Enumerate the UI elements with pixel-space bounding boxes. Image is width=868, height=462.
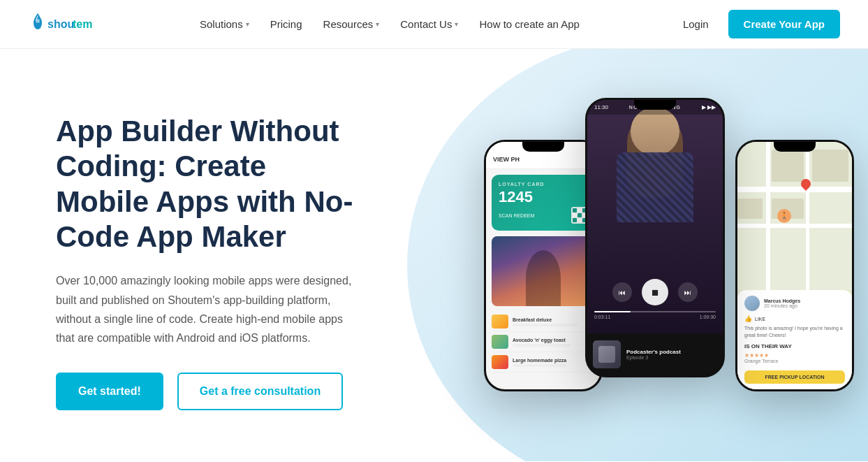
streaming-bg: 11:30 NOW STREAMING ▶ ▶▶ ⏮ ⏹ ⏭ bbox=[587, 100, 723, 333]
photo-sunset bbox=[492, 236, 595, 306]
map-block-3 bbox=[737, 198, 763, 219]
podcast-episode: Episode 3 bbox=[626, 355, 717, 360]
food-info-3: Large homemade pizza bbox=[513, 358, 595, 367]
like-section: 👍 LIKE bbox=[744, 315, 845, 322]
loyalty-card: LOYALTY CARD 1245 SCAN REDEEM bbox=[492, 175, 595, 231]
food-item-3: Large homemade pizza bbox=[492, 352, 595, 373]
hero-content: App Builder Without Coding: Create Mobil… bbox=[0, 72, 405, 438]
photos-title: VIEW PH bbox=[493, 156, 594, 163]
driver-details: Marcus Hodges 20 minutes ago bbox=[764, 298, 800, 308]
time-total: 1:09:30 bbox=[700, 315, 716, 319]
food-info-2: Avocado 'n' eggy toast bbox=[513, 338, 595, 347]
podcast-bar: Podcaster's podcast Episode 3 bbox=[587, 333, 723, 375]
photo-silhouette bbox=[526, 250, 561, 306]
pickup-button[interactable]: FREE PICKUP LOCATION bbox=[744, 370, 845, 384]
driver-name: Marcus Hodges bbox=[764, 298, 800, 303]
nav-resources[interactable]: Resources ▾ bbox=[315, 14, 388, 34]
solutions-chevron-icon: ▾ bbox=[246, 20, 249, 28]
time-elapsed: 0:03:11 bbox=[594, 315, 610, 319]
hero-description: Over 10,000 amazingly looking mobile app… bbox=[56, 271, 363, 347]
get-started-button[interactable]: Get started! bbox=[56, 373, 163, 410]
rewind-btn[interactable]: ⏮ bbox=[612, 282, 632, 302]
map-pin bbox=[800, 179, 811, 193]
podcast-title: Podcaster's podcast bbox=[626, 349, 717, 355]
nav-solutions[interactable]: Solutions ▾ bbox=[191, 14, 258, 34]
phone-mockups: VIEW PH LOYALTY CARD 1245 SCAN REDEEM bbox=[463, 63, 854, 461]
map-pin-head bbox=[799, 177, 813, 191]
food-name-2: Avocado 'n' eggy toast bbox=[513, 338, 595, 342]
podcast-info: Podcaster's podcast Episode 3 bbox=[626, 349, 717, 360]
logo[interactable]: shou tem bbox=[28, 10, 105, 38]
food-name-3: Large homemade pizza bbox=[513, 358, 595, 363]
photos-screen: VIEW PH LOYALTY CARD 1245 SCAN REDEEM bbox=[486, 142, 601, 389]
svg-text:tem: tem bbox=[73, 18, 92, 30]
food-thumb-1 bbox=[492, 315, 508, 329]
hero-title: App Builder Without Coding: Create Mobil… bbox=[56, 114, 363, 255]
forward-btn[interactable]: ⏭ bbox=[678, 282, 698, 302]
hero-section: App Builder Without Coding: Create Mobil… bbox=[0, 49, 868, 461]
road-h2 bbox=[737, 224, 852, 228]
delivery-header-section: IS ON THEIR WAY ★★★★★ Grange Terrace bbox=[744, 343, 845, 363]
road-v1 bbox=[766, 142, 770, 290]
driver-time: 20 minutes ago bbox=[764, 303, 800, 308]
phone-center: 11:30 NOW STREAMING ▶ ▶▶ ⏮ ⏹ ⏭ bbox=[585, 98, 725, 377]
delivery-info: Marcus Hodges 20 minutes ago 👍 LIKE This… bbox=[737, 290, 852, 389]
nav-how-to[interactable]: How to create an App bbox=[471, 14, 587, 34]
food-price-bar-1 bbox=[513, 324, 578, 326]
food-thumb-3 bbox=[492, 355, 508, 369]
delivery-meta: Grange Terrace bbox=[744, 359, 845, 363]
food-price-bar-3 bbox=[513, 364, 566, 367]
login-button[interactable]: Login bbox=[675, 14, 717, 34]
resources-chevron-icon: ▾ bbox=[376, 20, 379, 28]
food-name-1: Breakfast deluxe bbox=[513, 317, 595, 322]
streaming-times: 0:03:11 1:09:30 bbox=[594, 315, 716, 319]
play-pause-btn[interactable]: ⏹ bbox=[642, 279, 668, 305]
phone-right-notch bbox=[774, 142, 816, 152]
streaming-controls: ⏮ ⏹ ⏭ bbox=[587, 279, 723, 305]
streaming-icons: ▶ ▶▶ bbox=[702, 104, 716, 110]
loyalty-label: LOYALTY CARD bbox=[499, 182, 588, 187]
map-roads bbox=[737, 142, 852, 290]
food-thumb-2 bbox=[492, 335, 508, 349]
delivery-icon: 🚶 bbox=[777, 209, 791, 223]
contact-chevron-icon: ▾ bbox=[455, 20, 458, 28]
map-bg: 🚶 bbox=[737, 142, 852, 290]
driver-avatar bbox=[744, 296, 760, 311]
streaming-progress: 0:03:11 1:09:30 bbox=[594, 311, 716, 319]
food-item-2: Avocado 'n' eggy toast bbox=[492, 332, 595, 352]
food-info-1: Breakfast deluxe bbox=[513, 317, 595, 326]
road-h1 bbox=[737, 187, 852, 192]
get-consultation-button[interactable]: Get a free consultation bbox=[177, 373, 343, 410]
progress-fill bbox=[594, 311, 631, 312]
svg-text:shou: shou bbox=[47, 18, 74, 30]
navbar: shou tem Solutions ▾ Pricing Resources ▾… bbox=[0, 0, 868, 49]
streaming-time: 11:30 bbox=[594, 104, 608, 110]
loyalty-action: SCAN REDEEM bbox=[499, 213, 534, 218]
delivery-header: IS ON THEIR WAY bbox=[744, 343, 845, 349]
loyalty-bottom: SCAN REDEEM bbox=[499, 207, 588, 224]
phone-center-notch bbox=[634, 100, 676, 110]
food-price-bar-2 bbox=[513, 344, 571, 347]
loyalty-points: 1245 bbox=[499, 188, 588, 206]
podcast-thumbnail bbox=[593, 340, 621, 368]
map-block-1 bbox=[772, 150, 804, 182]
nav-links: Solutions ▾ Pricing Resources ▾ Contact … bbox=[105, 14, 675, 34]
progress-bar bbox=[594, 311, 716, 312]
star-rating: ★★★★★ bbox=[744, 352, 845, 359]
delivery-driver: Marcus Hodges 20 minutes ago bbox=[744, 296, 845, 311]
like-icon: 👍 bbox=[744, 315, 752, 322]
create-app-button[interactable]: Create Your App bbox=[728, 10, 840, 38]
nav-pricing[interactable]: Pricing bbox=[262, 14, 311, 34]
nav-right: Login Create Your App bbox=[675, 10, 840, 38]
hero-buttons: Get started! Get a free consultation bbox=[56, 373, 363, 410]
phone-right: 🚶 Marcus Hodges 20 minutes ago 👍 LIKE bbox=[735, 140, 854, 391]
map-block-2 bbox=[812, 150, 848, 182]
like-label: LIKE bbox=[755, 317, 765, 322]
social-comment: This photo is amazing! I hope you're hav… bbox=[744, 325, 845, 339]
road-v2 bbox=[806, 142, 809, 290]
food-item-1: Breakfast deluxe bbox=[492, 312, 595, 332]
nav-contact[interactable]: Contact Us ▾ bbox=[392, 14, 466, 34]
food-list: Breakfast deluxe Avocado 'n' eggy toast bbox=[492, 312, 595, 373]
streaming-screen: 11:30 NOW STREAMING ▶ ▶▶ ⏮ ⏹ ⏭ bbox=[587, 100, 723, 375]
map-screen: 🚶 Marcus Hodges 20 minutes ago 👍 LIKE bbox=[737, 142, 852, 389]
